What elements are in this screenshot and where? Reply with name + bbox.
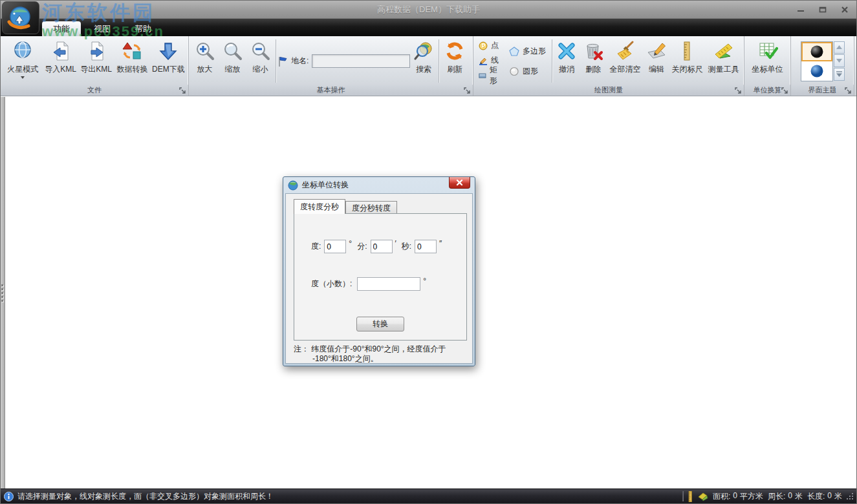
dialog-tab2-label: 度分秒转度: [352, 204, 391, 213]
resize-grip-icon[interactable]: [847, 493, 854, 500]
clear-all-label: 全部清空: [610, 64, 641, 75]
length-readout: 长度: 0 米: [807, 491, 842, 502]
theme-blue-swatch[interactable]: [801, 61, 832, 81]
maximize-button[interactable]: [816, 4, 829, 15]
left-panel-splitter[interactable]: [1, 97, 5, 488]
status-separator: [682, 491, 683, 501]
minimize-button[interactable]: [794, 4, 807, 15]
minimize-icon: [797, 6, 805, 14]
coord-unit-button[interactable]: 坐标单位: [747, 37, 788, 85]
undo-label: 撤消: [559, 64, 574, 75]
dialog-tab-dms-to-deg[interactable]: 度分秒转度: [345, 201, 397, 214]
theme-gallery: [801, 41, 845, 81]
point-button[interactable]: 点: [477, 38, 504, 53]
measure-tool-icon: [713, 41, 734, 61]
coord-unit-icon: [757, 41, 778, 61]
second-input[interactable]: [415, 240, 437, 253]
status-ruler-icon: [688, 491, 693, 502]
menu-tabbar: 功能 视图 帮助: [1, 19, 856, 36]
blue-sphere-icon: [810, 64, 824, 78]
dem-download-button[interactable]: DEM下载: [151, 37, 186, 85]
length-value: 0: [827, 491, 832, 502]
export-kml-button[interactable]: 导出KML: [78, 37, 114, 85]
perimeter-value: 0: [788, 491, 792, 502]
dialog-tab1-label: 度转度分秒: [300, 202, 339, 211]
gallery-expand-icon: [836, 71, 842, 77]
degree-unit: °: [349, 239, 352, 248]
group-label-theme: 界面主题: [808, 85, 837, 95]
edit-button[interactable]: 编辑: [644, 37, 669, 85]
delete-icon: [583, 41, 603, 61]
close-ruler-label: 关闭标尺: [671, 64, 702, 75]
app-logo[interactable]: [2, 1, 39, 34]
dialog-note-line1: 注： 纬度值介于-90°和90°之间，经度值介于: [294, 344, 470, 354]
dem-download-icon: [158, 41, 179, 61]
zoom-in-label: 放大: [197, 64, 213, 75]
second-unit: ″: [439, 239, 442, 248]
gallery-expand-button[interactable]: [834, 68, 845, 81]
unit-group-launcher[interactable]: [781, 87, 788, 94]
theme-dark-swatch[interactable]: [801, 42, 832, 61]
dialog-tab-deg-to-dms[interactable]: 度转度分秒: [294, 199, 345, 214]
degree-input[interactable]: [324, 240, 346, 253]
dialog-close-button[interactable]: [449, 177, 470, 189]
zoom-icon: [222, 41, 243, 61]
undo-icon: [556, 41, 577, 61]
refresh-label: 刷新: [447, 64, 462, 75]
decimal-degree-input[interactable]: [357, 277, 420, 291]
globe-icon: [12, 41, 33, 61]
theme-group-launcher[interactable]: [845, 87, 852, 94]
tab-function[interactable]: 功能: [42, 21, 81, 36]
rect-icon: [479, 71, 486, 80]
close-ruler-button[interactable]: 关闭标尺: [669, 37, 706, 85]
info-icon: [4, 492, 14, 501]
splitter-grip-icon: [1, 284, 3, 302]
zoom-out-button[interactable]: 缩小: [246, 37, 274, 85]
maximize-icon: [819, 6, 827, 14]
dialog-titlebar[interactable]: 坐标单位转换: [283, 177, 475, 193]
group-label-draw: 绘图测量: [594, 85, 623, 95]
dialog-tab-page: 度: ° 分: ′ 秒: ″ 度（小数）: ° 转换: [294, 213, 467, 341]
line-icon: [479, 56, 488, 65]
basic-group-launcher[interactable]: [464, 87, 471, 94]
polygon-button[interactable]: 多边形: [507, 44, 549, 59]
zoom-in-button[interactable]: 放大: [191, 37, 219, 85]
ribbon-group-draw: 点 线 矩形: [473, 36, 744, 96]
rect-button[interactable]: 矩形: [477, 68, 504, 83]
area-readout: 面积: 0 平方米: [713, 491, 763, 502]
gallery-up-button[interactable]: [834, 41, 845, 54]
file-group-launcher[interactable]: [179, 87, 186, 94]
ruler-icon: [677, 41, 697, 61]
zoom-reset-button[interactable]: 缩放: [219, 37, 246, 85]
mars-mode-button[interactable]: 火星模式: [3, 37, 43, 85]
mars-mode-label: 火星模式: [7, 64, 38, 75]
statusbar: 请选择测量对象，线对象测长度，面（非交叉多边形）对象测面积和周长！ 面积: 0 …: [1, 488, 856, 503]
degree-label: 度:: [311, 241, 321, 252]
coord-unit-label: 坐标单位: [752, 64, 783, 75]
clear-all-button[interactable]: 全部清空: [607, 37, 644, 85]
close-icon: [841, 6, 849, 14]
group-label-basic: 基本操作: [317, 85, 345, 95]
import-kml-button[interactable]: 导入KML: [43, 37, 78, 85]
dialog-body: 度转度分秒 度分秒转度 度: ° 分: ′ 秒: ″ 度（小数）:: [285, 193, 473, 364]
length-unit: 米: [834, 491, 842, 502]
undo-button[interactable]: 撤消: [554, 37, 580, 85]
data-convert-button[interactable]: 数据转换: [114, 37, 150, 85]
minute-input[interactable]: [371, 240, 393, 253]
edit-label: 编辑: [649, 64, 664, 75]
measure-tool-button[interactable]: 测量工具: [705, 37, 742, 85]
close-button[interactable]: [838, 4, 851, 15]
search-button[interactable]: 搜索: [410, 37, 437, 85]
draw-group-launcher[interactable]: [735, 87, 742, 94]
delete-button[interactable]: 删除: [580, 37, 607, 85]
gallery-down-button[interactable]: [834, 54, 845, 67]
place-name-input[interactable]: [312, 54, 410, 68]
refresh-button[interactable]: 刷新: [440, 37, 469, 85]
place-name-label: 地名:: [291, 56, 309, 67]
tab-view[interactable]: 视图: [83, 21, 122, 36]
titlebar: 高程数据（DEM）下载助手: [1, 1, 856, 19]
convert-button[interactable]: 转换: [356, 317, 404, 331]
dialog-launcher-icon: [735, 87, 742, 94]
tab-help[interactable]: 帮助: [124, 21, 162, 36]
circle-button[interactable]: 圆形: [507, 64, 549, 79]
